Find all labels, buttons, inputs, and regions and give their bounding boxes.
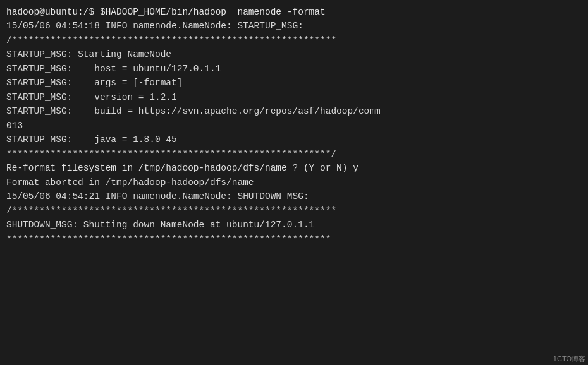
terminal-window: hadoop@ubuntu:/$ $HADOOP_HOME/bin/hadoop… xyxy=(0,0,588,365)
terminal-line: STARTUP_MSG: build = https://svn.apache.… xyxy=(6,104,582,118)
terminal-line: Re-format filesystem in /tmp/hadoop-hado… xyxy=(6,161,582,175)
terminal-line: SHUTDOWN_MSG: Shutting down NameNode at … xyxy=(6,218,582,232)
terminal-line: ****************************************… xyxy=(6,147,582,161)
terminal-line: hadoop@ubuntu:/$ $HADOOP_HOME/bin/hadoop… xyxy=(6,5,582,19)
terminal-line: /***************************************… xyxy=(6,33,582,47)
terminal-line: STARTUP_MSG: java = 1.8.0_45 xyxy=(6,133,582,147)
terminal-line: STARTUP_MSG: version = 1.2.1 xyxy=(6,90,582,104)
terminal-line: Format aborted in /tmp/hadoop-hadoop/dfs… xyxy=(6,176,582,189)
terminal-line: STARTUP_MSG: Starting NameNode xyxy=(6,47,582,61)
terminal-content: hadoop@ubuntu:/$ $HADOOP_HOME/bin/hadoop… xyxy=(6,5,582,246)
terminal-line: STARTUP_MSG: host = ubuntu/127.0.1.1 xyxy=(6,62,582,76)
terminal-line: ****************************************… xyxy=(6,232,582,246)
terminal-line: 15/05/06 04:54:18 INFO namenode.NameNode… xyxy=(6,19,582,33)
terminal-line: STARTUP_MSG: args = [-format] xyxy=(6,76,582,90)
terminal-line: /***************************************… xyxy=(6,204,582,218)
watermark: 1CTO博客 xyxy=(553,354,585,364)
terminal-line: 013 xyxy=(6,119,582,133)
terminal-line: 15/05/06 04:54:21 INFO namenode.NameNode… xyxy=(6,189,582,203)
